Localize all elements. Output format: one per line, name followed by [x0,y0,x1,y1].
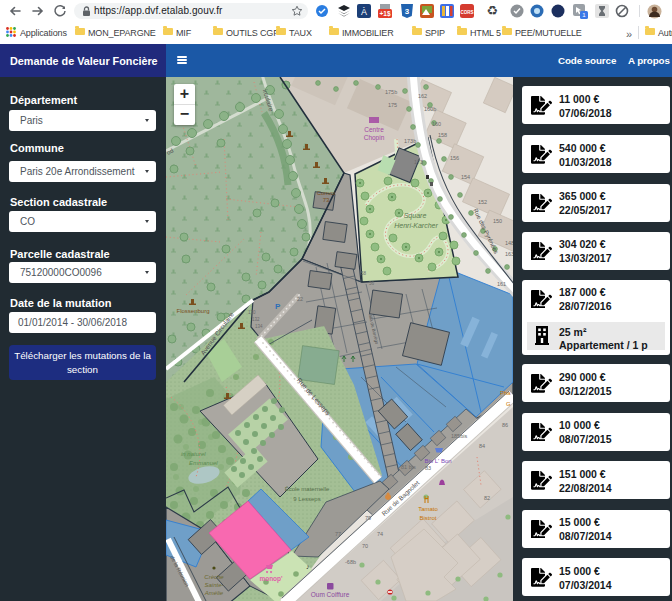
svg-text:148: 148 [505,240,513,246]
svg-text:-68b: -68b [345,559,356,565]
svg-text:79: 79 [365,515,371,521]
svg-text:86: 86 [502,422,508,428]
svg-text:173: 173 [414,159,423,165]
svg-text:58: 58 [361,271,367,276]
svg-text:152: 152 [478,199,487,205]
svg-text:Oum Coiffure: Oum Coiffure [311,591,350,598]
svg-text:150: 150 [493,218,502,224]
svg-text:Tamato: Tamato [418,506,438,512]
svg-text:Convoi: Convoi [317,190,336,196]
svg-text:83: 83 [425,465,431,471]
svg-text:À: À [361,7,367,17]
svg-text:160: 160 [432,121,441,127]
svg-text:Pha: Pha [500,390,511,396]
svg-text:73: 73 [323,197,330,203]
svg-text:G: G [506,401,511,407]
svg-text:132: 132 [252,317,260,322]
svg-text:162: 162 [418,93,427,99]
svg-text:Centre: Centre [364,126,384,133]
svg-text:Crèche: Crèche [204,574,224,580]
svg-text:Chopin: Chopin [364,134,385,142]
svg-text:175b: 175b [385,89,397,95]
svg-text:81 bis: 81 bis [401,464,416,470]
svg-text:70: 70 [362,543,368,549]
svg-text:+1$: +1$ [379,10,390,18]
svg-text:22: 22 [297,296,303,302]
svg-text:156: 156 [450,155,459,161]
svg-text:Bistrot: Bistrot [419,515,436,521]
svg-text:Square: Square [404,212,427,220]
svg-text:82: 82 [484,495,490,501]
svg-text:Emmanuel: Emmanuel [189,460,218,466]
svg-text:163: 163 [505,251,513,257]
svg-text:158: 158 [438,132,447,138]
svg-text:84: 84 [479,443,485,449]
svg-text:9 Lesseps: 9 Lesseps [293,496,320,502]
svg-text:185bis: 185bis [451,433,467,439]
svg-text:154: 154 [461,174,470,180]
svg-text:160b: 160b [424,106,436,112]
svg-text:P: P [275,302,281,311]
svg-text:3: 3 [405,7,410,16]
svg-text:Amélie: Amélie [204,590,224,596]
svg-text:74: 74 [377,531,383,537]
svg-text:CORS: CORS [460,10,473,15]
svg-text:173b: 173b [404,138,416,144]
svg-text:Henri-Karcher: Henri-Karcher [394,222,438,229]
svg-text:Sainte-: Sainte- [204,582,223,588]
svg-text:École maternelle: École maternelle [285,486,330,492]
svg-text:in naturel: in naturel [181,451,206,457]
svg-text:Flossenburg: Flossenburg [176,308,209,314]
svg-text:monop': monop' [259,575,283,583]
svg-text:♪: ♪ [306,563,310,570]
svg-text:77: 77 [335,531,341,537]
svg-text:130: 130 [248,310,256,315]
svg-text:134: 134 [255,324,263,329]
svg-text:161: 161 [497,281,506,287]
svg-text:175: 175 [388,102,397,108]
svg-text:Bio L' Bon: Bio L' Bon [424,458,451,464]
svg-text:56: 56 [369,281,375,286]
